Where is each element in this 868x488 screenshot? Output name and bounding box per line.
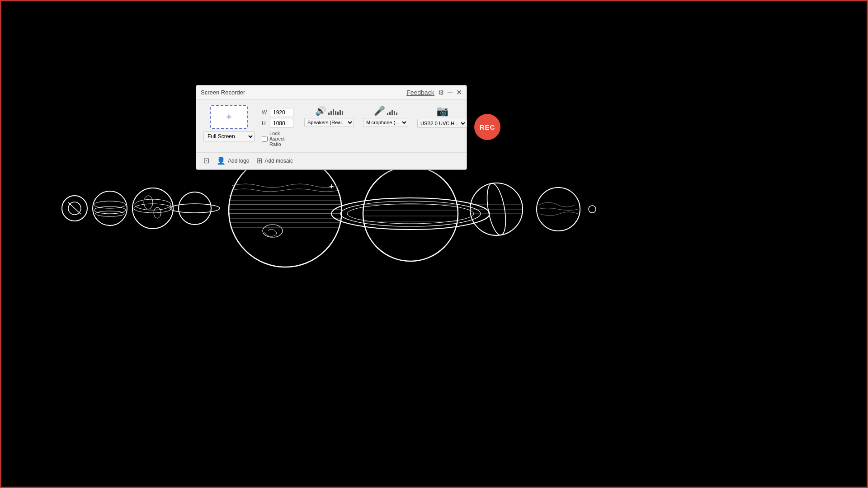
vol-bar [342,111,343,115]
width-row: W [262,108,293,117]
add-mosaic-label: Add mosaic [264,158,293,164]
height-input[interactable] [270,119,293,128]
bottom-toolbar: ⊡ 👤 Add logo ⊞ Add mosaic [196,152,467,169]
window-body: + Full Screen Custom Region Window W [196,100,467,152]
area-plus-icon: + [226,111,232,123]
add-logo-button[interactable]: 👤 Add logo [217,156,249,165]
add-logo-label: Add logo [228,158,249,164]
close-button[interactable]: ✕ [456,88,462,97]
window-title: Screen Recorder [201,89,245,96]
speakers-icon-row: 🔊 [315,105,343,116]
svg-point-24 [263,225,283,237]
screenshot-icon: ⊡ [203,156,209,165]
main-controls: + Full Screen Custom Region Window W [203,105,459,147]
camera-icon: 📷 [436,105,448,117]
svg-point-11 [144,196,153,209]
add-mosaic-button[interactable]: ⊞ Add mosaic [256,156,293,165]
svg-point-15 [229,154,342,267]
area-mode-select[interactable]: Full Screen Custom Region Window [203,131,255,141]
vol-bar [333,109,334,115]
speakers-select[interactable]: Speakers (Real... [304,118,354,127]
vol-bar [328,113,330,115]
microphone-control: 🎤 Microphone (... [363,105,408,127]
area-dropdown: Full Screen Custom Region Window [203,131,255,141]
camera-control: 📷 USB2.0 UVC H... [417,105,467,128]
lock-ratio-checkbox[interactable] [262,136,268,142]
vol-bar [335,111,336,115]
settings-icon[interactable]: ⚙ [438,89,444,97]
vol-bar [396,113,397,115]
feedback-link[interactable]: Feedback [406,89,434,96]
speaker-icon: 🔊 [315,105,326,116]
vol-bar [392,110,393,115]
svg-point-14 [170,204,220,213]
vol-bar [337,112,339,115]
area-selector: + Full Screen Custom Region Window [203,105,255,141]
person-icon: 👤 [217,156,226,165]
crosshair-cursor: + [329,182,338,191]
svg-point-13 [179,192,211,225]
svg-point-5 [94,206,126,214]
vol-bar [330,111,332,115]
microphone-icon: 🎤 [374,105,385,116]
dimensions: W H [262,108,293,128]
recorder-window: Screen Recorder Feedback ⚙ ─ ✕ + Full Sc… [196,85,467,170]
dimensions-section: W H Lock Aspect Ratio [262,106,293,147]
svg-point-8 [132,188,173,229]
height-label: H [262,120,268,127]
svg-point-25 [229,154,342,267]
vol-bar [394,111,395,115]
svg-point-27 [331,198,490,230]
svg-point-41 [589,206,596,213]
window-titlebar: Screen Recorder Feedback ⚙ ─ ✕ [196,85,467,100]
minimize-button[interactable]: ─ [448,89,453,97]
height-row: H [262,119,293,128]
svg-point-4 [94,201,126,208]
window-controls: Feedback ⚙ ─ ✕ [406,88,462,97]
vol-bar [387,113,388,115]
screenshot-button[interactable]: ⊡ [203,156,209,165]
vol-bar [389,112,391,115]
width-label: W [262,109,268,116]
audio-section: 🔊 Speakers (Real... [304,105,467,128]
mic-volume-bars [387,106,397,115]
camera-select[interactable]: USB2.0 UVC H... [417,119,467,128]
svg-point-26 [363,166,458,261]
mosaic-icon: ⊞ [256,156,262,165]
area-selector-box[interactable]: + [210,105,248,129]
lock-ratio-label: Lock Aspect Ratio [269,131,293,147]
svg-point-29 [347,204,474,224]
speakers-control: 🔊 Speakers (Real... [304,105,354,127]
microphone-select[interactable]: Microphone (... [363,118,408,127]
speaker-volume-bars [328,106,343,115]
width-input[interactable] [270,108,293,117]
microphone-icon-row: 🎤 [374,105,397,116]
vol-bar [340,110,341,115]
rec-button[interactable]: REC [474,114,500,140]
lock-ratio-row: Lock Aspect Ratio [262,131,293,147]
